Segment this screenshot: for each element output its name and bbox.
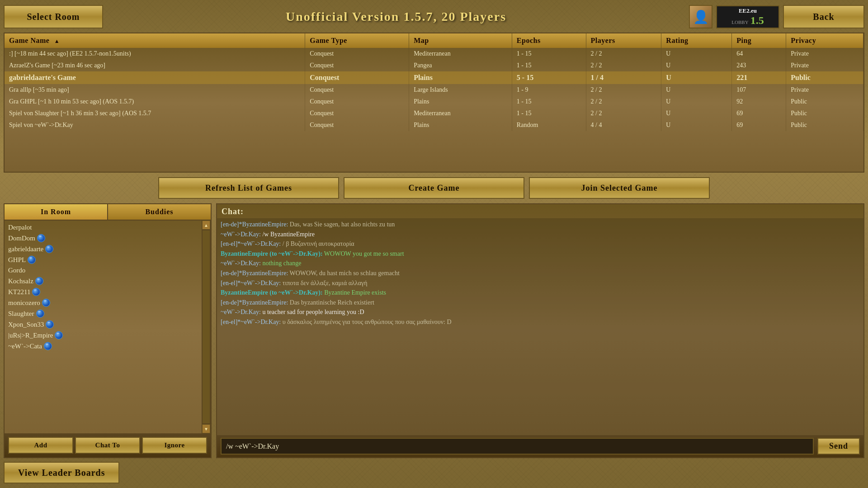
player-item[interactable]: ~eW`->Cata [5, 341, 202, 352]
chat-line: [en-el]*~eW`->Dr.Kay: υ δάσκαλος λυπημέν… [221, 318, 860, 327]
player-name: monicozero [8, 299, 40, 307]
players-list: DerpalotDomDomgabrieldaarteGHPLGordoKoch… [5, 221, 202, 433]
player-globe-icon [28, 256, 36, 264]
chat-sender: [en-el]*~eW`->Dr.Kay: [221, 319, 281, 325]
games-tbody: :] [~18 min 44 sec ago] (EE2 1.5.7-non1.… [5, 48, 863, 131]
players-scrollbar[interactable]: ▲ ▼ [202, 221, 211, 433]
table-header-row: Game Name ▲ Game Type Map Epochs Players… [5, 33, 863, 48]
chat-text: / β Βυζαντινή αυτοκρατορία [281, 240, 354, 247]
chat-text: WOWOW, du hast mich so schlau gemacht [288, 270, 400, 277]
page-title: Unofficial Version 1.5.7, 20 Players [108, 9, 684, 24]
chat-sender: ByzantineEmpire (to ~eW`->Dr.Kay): [221, 289, 323, 296]
lobby-badge: EE2.eu LOBBY 1.5 [716, 5, 779, 28]
back-button[interactable]: Back [783, 5, 864, 28]
players-list-container: DerpalotDomDomgabrieldaarteGHPLGordoKoch… [5, 221, 211, 433]
table-row[interactable]: Spiel von Slaughter [~1 h 36 min 3 sec a… [5, 108, 863, 119]
add-button[interactable]: Add [8, 437, 73, 454]
table-row[interactable]: Gra GHPL [~1 h 10 min 53 sec ago] (AOS 1… [5, 96, 863, 108]
chat-text: Das byzantinische Reich existiert [288, 299, 374, 306]
player-name: GHPL [8, 256, 26, 264]
player-item[interactable]: |uRs|>R_Empire [5, 330, 202, 341]
chat-to-button[interactable]: Chat To [75, 437, 140, 454]
player-item[interactable]: Gordo [5, 265, 202, 276]
chat-line: [en-de]*ByzantineEmpire: WOWOW, du hast … [221, 269, 860, 278]
table-row[interactable]: AzraelZ's Game [~23 min 46 sec ago]Conqu… [5, 60, 863, 71]
col-rating[interactable]: Rating [661, 33, 732, 48]
chat-text: nothing change [261, 260, 301, 267]
player-item[interactable]: DomDom [5, 233, 202, 244]
send-button[interactable]: Send [817, 438, 860, 455]
games-table: Game Name ▲ Game Type Map Epochs Players… [5, 33, 863, 131]
player-item[interactable]: Slaughter [5, 308, 202, 319]
player-globe-icon [46, 320, 54, 328]
chat-line: [en-el]*~eW`->Dr.Kay: τιποτα δεν άλλαξε,… [221, 279, 860, 288]
chat-line: [en-de]*ByzantineEmpire: Das byzantinisc… [221, 298, 860, 307]
col-game-name[interactable]: Game Name ▲ [5, 33, 305, 48]
chat-text: /w ByzantineEmpire [261, 231, 315, 238]
join-game-button[interactable]: Join Selected Game [529, 177, 710, 199]
chat-sender: ~eW`->Dr.Kay: [221, 309, 261, 315]
col-map[interactable]: Map [409, 33, 512, 48]
col-players[interactable]: Players [586, 33, 661, 48]
player-item[interactable]: Xpon_Son33 [5, 319, 202, 330]
players-tabs: In Room Buddies [5, 204, 211, 221]
chat-input-row: Send [217, 435, 863, 457]
scroll-up-arrow[interactable]: ▲ [202, 221, 210, 230]
chat-panel: Chat: [en-de]*ByzantineEmpire: Das, was … [216, 203, 864, 458]
player-name: KT2211 [8, 288, 30, 296]
bottom-panel: In Room Buddies DerpalotDomDomgabrieldaa… [4, 203, 864, 458]
player-item[interactable]: Derpalot [5, 222, 202, 233]
player-item[interactable]: GHPL [5, 254, 202, 265]
table-row[interactable]: Gra alllp [~35 min ago]ConquestLarge Isl… [5, 84, 863, 96]
player-globe-icon [45, 245, 53, 253]
player-buttons: Add Chat To Ignore [5, 433, 211, 457]
player-globe-icon [36, 310, 44, 318]
chat-text: υ δάσκαλος λυπημένος για τους ανθρώπους … [281, 319, 451, 325]
col-epochs[interactable]: Epochs [512, 33, 586, 48]
player-item[interactable]: Kochsalz [5, 276, 202, 286]
chat-line: ByzantineEmpire (to ~eW`->Dr.Kay): Byzan… [221, 288, 860, 297]
chat-line: ~eW`->Dr.Kay: u teacher sad for people l… [221, 308, 860, 317]
leaderboard-button[interactable]: View Leader Boards [4, 462, 119, 483]
chat-sender: [en-de]*ByzantineEmpire: [221, 221, 288, 228]
refresh-button[interactable]: Refresh List of Games [158, 177, 339, 199]
version-label: 1.5 [750, 14, 764, 27]
header: Select Room Unofficial Version 1.5.7, 20… [4, 4, 864, 30]
avatar [689, 5, 712, 28]
table-row[interactable]: gabrieldaarte's GameConquestPlains5 - 15… [5, 71, 863, 84]
tab-buddies[interactable]: Buddies [108, 204, 211, 220]
table-row[interactable]: :] [~18 min 44 sec ago] (EE2 1.5.7-non1.… [5, 48, 863, 60]
chat-sender: [en-el]*~eW`->Dr.Kay: [221, 240, 281, 247]
chat-input[interactable] [221, 438, 814, 455]
col-game-type[interactable]: Game Type [305, 33, 409, 48]
col-ping[interactable]: Ping [732, 33, 786, 48]
player-globe-icon [55, 331, 63, 339]
chat-text: u teacher sad for people learning you :D [261, 309, 364, 315]
player-globe-icon [44, 342, 52, 350]
chat-messages: [en-de]*ByzantineEmpire: Das, was Sie sa… [217, 218, 863, 435]
scroll-down-arrow[interactable]: ▼ [202, 424, 210, 433]
player-name: Xpon_Son33 [8, 321, 44, 328]
players-panel: In Room Buddies DerpalotDomDomgabrieldaa… [4, 203, 212, 458]
player-name: ~eW`->Cata [8, 343, 42, 350]
chat-text: Byzantine Empire exists [323, 289, 386, 296]
player-item[interactable]: monicozero [5, 297, 202, 308]
chat-line: ~eW`->Dr.Kay: /w ByzantineEmpire [221, 230, 860, 239]
player-name: Derpalot [8, 224, 32, 231]
select-room-button[interactable]: Select Room [4, 5, 103, 28]
ee2-label: EE2.eu [739, 7, 757, 14]
player-item[interactable]: KT2211 [5, 286, 202, 297]
player-name: |uRs|>R_Empire [8, 332, 53, 339]
chat-sender: [en-de]*ByzantineEmpire: [221, 270, 288, 277]
bottom-bar: View Leader Boards [4, 461, 864, 484]
create-game-button[interactable]: Create Game [344, 177, 524, 199]
tab-in-room[interactable]: In Room [5, 204, 108, 220]
col-privacy[interactable]: Privacy [786, 33, 863, 48]
scroll-track [203, 230, 210, 423]
action-buttons: Refresh List of Games Create Game Join S… [4, 175, 864, 201]
ignore-button[interactable]: Ignore [142, 437, 207, 454]
chat-line: [en-de]*ByzantineEmpire: Das, was Sie sa… [221, 220, 860, 229]
player-name: Kochsalz [8, 277, 33, 285]
player-item[interactable]: gabrieldaarte [5, 244, 202, 254]
table-row[interactable]: Spiel von ~eW`->Dr.KayConquestPlainsRand… [5, 119, 863, 131]
